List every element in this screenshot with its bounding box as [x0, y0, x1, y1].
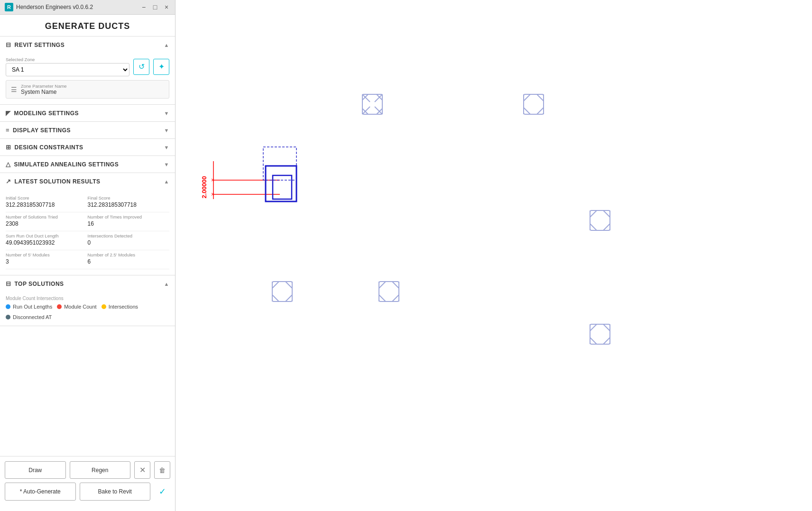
expand-icon-6[interactable] [588, 322, 612, 346]
legend-item-intersections: Intersections [102, 304, 138, 310]
main-title: GENERATE DUCTS [0, 15, 175, 36]
top-solutions-body: Module Count Intersections Run Out Lengt… [0, 292, 175, 326]
latest-solution-header-left: ↗ LATEST SOLUTION RESULTS [6, 178, 101, 185]
latest-solution-section: ↗ LATEST SOLUTION RESULTS ▲ Initial Scor… [0, 173, 175, 275]
top-solutions-chevron: ▲ [164, 281, 169, 287]
refresh-button[interactable]: ↺ [133, 59, 149, 75]
revit-settings-header[interactable]: ⊟ REVIT SETTINGS ▲ [0, 36, 175, 53]
modeling-settings-chevron: ▼ [164, 110, 169, 116]
result-value-final-score: 312.283185307718 [88, 201, 168, 208]
regen-button[interactable]: Regen [70, 461, 131, 479]
modeling-settings-section: ◤ MODELING SETTINGS ▼ [0, 105, 175, 122]
display-settings-header-left: ≡ DISPLAY SETTINGS [6, 127, 71, 134]
app-logo: R [5, 3, 13, 11]
duct-drawing: 2.00000 × × [199, 133, 332, 251]
result-item-initial-score: Initial Score 312.283185307718 [6, 193, 88, 212]
design-constraints-label: DESIGN CONSTRAINTS [15, 144, 83, 151]
modeling-settings-header-left: ◤ MODELING SETTINGS [6, 110, 79, 117]
top-solutions-header[interactable]: ⊟ TOP SOLUTIONS ▲ [0, 275, 175, 292]
zone-param-content: Zone Parameter Name System Name [21, 83, 67, 95]
result-item-times-improved: Number of Times Improved 16 [88, 212, 170, 231]
modeling-settings-header[interactable]: ◤ MODELING SETTINGS ▼ [0, 105, 175, 121]
legend-dot-run-out [6, 304, 10, 309]
legend-item-run-out: Run Out Lengths [6, 304, 52, 310]
draw-button[interactable]: Draw [5, 461, 66, 479]
design-constraints-section: ⊞ DESIGN CONSTRAINTS ▼ [0, 139, 175, 156]
result-label-times-improved: Number of Times Improved [88, 214, 168, 219]
expand-icon-2[interactable] [522, 92, 545, 116]
result-item-solutions-tried: Number of Solutions Tried 2308 [6, 212, 88, 231]
zone-param-value: System Name [21, 89, 67, 95]
result-item-duct-length: Sum Run Out Duct Length 49.0943951023932 [6, 231, 88, 250]
expand-icon-4[interactable] [270, 280, 294, 303]
latest-solution-icon: ↗ [6, 178, 11, 185]
result-item-2pt5-modules: Number of 2.5' Modules 6 [88, 250, 170, 269]
main-canvas: 2.00000 × × [175, 0, 812, 511]
svg-text:2.00000: 2.00000 [201, 176, 208, 199]
revit-settings-section: ⊟ REVIT SETTINGS ▲ Selected Zone SA 1 ↺ … [0, 36, 175, 105]
revit-settings-icon: ⊟ [6, 41, 11, 48]
legend-dot-intersections [102, 304, 106, 309]
simulated-annealing-label: SIMULATED ANNEALING SETTINGS [14, 161, 119, 168]
simulated-annealing-chevron: ▼ [164, 162, 169, 167]
zone-param-row: ☰ Zone Parameter Name System Name [6, 80, 169, 99]
latest-solution-chevron: ▲ [164, 179, 169, 184]
result-label-duct-length: Sum Run Out Duct Length [6, 233, 86, 238]
result-item-intersections: Intersections Detected 0 [88, 231, 170, 250]
modeling-settings-icon: ◤ [6, 110, 11, 117]
design-constraints-chevron: ▼ [164, 145, 169, 150]
app-name: Henderson Engineers v0.0.6.2 [16, 4, 93, 10]
revit-settings-chevron: ▲ [164, 42, 169, 48]
top-solutions-icon: ⊟ [6, 280, 11, 287]
simulated-annealing-header[interactable]: △ SIMULATED ANNEALING SETTINGS ▼ [0, 156, 175, 173]
auto-generate-button[interactable]: * Auto-Generate [5, 483, 76, 501]
check-button[interactable]: ✓ [154, 483, 170, 501]
legend-item-module-count: Module Count [57, 304, 97, 310]
legend-item-disconnected: Disconnected AT [6, 314, 52, 320]
maximize-button[interactable]: □ [151, 3, 159, 11]
latest-solution-header[interactable]: ↗ LATEST SOLUTION RESULTS ▲ [0, 173, 175, 190]
sidebar-content: ⊟ REVIT SETTINGS ▲ Selected Zone SA 1 ↺ … [0, 36, 175, 456]
design-constraints-icon: ⊞ [6, 144, 11, 151]
revit-settings-body: Selected Zone SA 1 ↺ ✦ ☰ Zone Parameter … [0, 53, 175, 104]
top-solutions-section: ⊟ TOP SOLUTIONS ▲ Module Count Intersect… [0, 275, 175, 326]
legend-dot-disconnected [6, 315, 10, 319]
expand-icon-1[interactable] [360, 92, 384, 116]
sidebar: R Henderson Engineers v0.0.6.2 − □ × GEN… [0, 0, 175, 511]
svg-text:×: × [211, 191, 214, 198]
display-settings-label: DISPLAY SETTINGS [13, 127, 71, 134]
close-button[interactable]: × [163, 3, 170, 11]
svg-line-3 [362, 107, 370, 114]
result-label-intersections: Intersections Detected [88, 233, 168, 238]
design-constraints-header-left: ⊞ DESIGN CONSTRAINTS [6, 144, 83, 151]
result-value-duct-length: 49.0943951023932 [6, 239, 86, 246]
result-value-initial-score: 312.283185307718 [6, 201, 86, 208]
result-item-5ft-modules: Number of 5' Modules 3 [6, 250, 88, 269]
svg-rect-18 [273, 175, 292, 199]
simulated-annealing-icon: △ [6, 161, 11, 168]
bake-to-revit-button[interactable]: Bake to Revit [80, 483, 151, 501]
minimize-button[interactable]: − [140, 3, 148, 11]
svg-line-4 [375, 107, 382, 114]
result-value-5ft-modules: 3 [6, 258, 86, 265]
footer-row-2: * Auto-Generate Bake to Revit ✓ [5, 483, 170, 501]
result-value-times-improved: 16 [88, 220, 168, 227]
display-settings-header[interactable]: ≡ DISPLAY SETTINGS ▼ [0, 122, 175, 138]
footer: Draw Regen ✕ 🗑 * Auto-Generate Bake to R… [0, 456, 175, 511]
clear-button[interactable]: ✕ [134, 461, 150, 479]
expand-icon-3[interactable] [588, 209, 612, 232]
design-constraints-header[interactable]: ⊞ DESIGN CONSTRAINTS ▼ [0, 139, 175, 155]
select-button[interactable]: ✦ [153, 59, 169, 75]
footer-row-1: Draw Regen ✕ 🗑 [5, 461, 170, 479]
delete-button[interactable]: 🗑 [154, 461, 170, 479]
result-value-2pt5-modules: 6 [88, 258, 168, 265]
zone-param-icon: ☰ [11, 86, 17, 93]
display-settings-chevron: ▼ [164, 128, 169, 133]
result-value-solutions-tried: 2308 [6, 220, 86, 227]
display-settings-icon: ≡ [6, 127, 9, 134]
legend-label-module-count: Module Count [64, 304, 97, 310]
zone-select[interactable]: SA 1 [6, 63, 129, 76]
expand-icon-5[interactable] [377, 280, 401, 303]
legend-label-disconnected: Disconnected AT [13, 314, 52, 320]
legend-dot-module-count [57, 304, 62, 309]
